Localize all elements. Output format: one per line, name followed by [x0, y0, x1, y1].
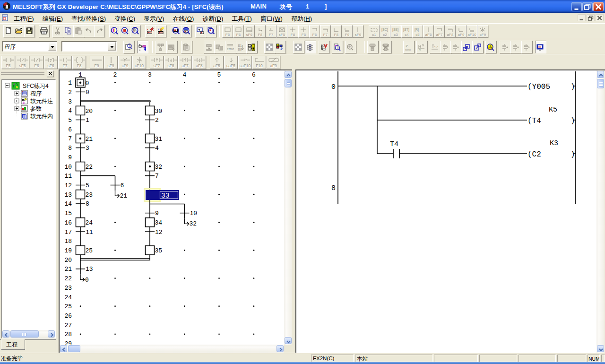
svg-text:21: 21 [64, 266, 72, 273]
svg-text:6: 6 [68, 126, 72, 133]
svg-text:K3: K3 [550, 139, 558, 147]
svg-text:30: 30 [155, 108, 163, 115]
svg-text:8: 8 [68, 145, 72, 152]
svg-text:22: 22 [64, 275, 72, 282]
svg-text:2: 2 [113, 71, 117, 78]
svg-text:4: 4 [68, 107, 72, 114]
svg-text:软元件注: 软元件注 [30, 98, 53, 104]
svg-text:29: 29 [64, 340, 72, 345]
svg-text:25: 25 [86, 247, 93, 254]
svg-text:11: 11 [86, 229, 93, 236]
svg-text:3: 3 [86, 145, 89, 152]
svg-text:13: 13 [86, 266, 93, 273]
svg-text:<>: <> [434, 45, 438, 48]
svg-text:5: 5 [86, 182, 89, 189]
svg-text:2: 2 [68, 89, 72, 96]
svg-text:S9: S9 [238, 48, 242, 51]
svg-text:0: 0 [331, 83, 336, 91]
svg-text:4: 4 [155, 145, 159, 152]
svg-text:8: 8 [331, 184, 336, 192]
svg-text:S1: S1 [238, 44, 242, 47]
svg-text:23: 23 [64, 285, 72, 292]
svg-text:23: 23 [86, 191, 93, 199]
svg-text:1: 1 [78, 71, 82, 78]
svg-text:24: 24 [64, 294, 72, 301]
svg-text:31: 31 [155, 136, 163, 143]
svg-text:1: 1 [68, 79, 72, 87]
svg-text:22: 22 [86, 164, 93, 171]
svg-text:9: 9 [155, 210, 159, 217]
svg-text:11: 11 [64, 173, 72, 180]
svg-text:3: 3 [148, 71, 152, 78]
svg-text:): ) [570, 83, 575, 91]
svg-text:1: 1 [86, 117, 89, 124]
svg-text:[ST]: [ST] [403, 28, 409, 32]
svg-text:程序: 程序 [30, 90, 42, 97]
svg-text:软元件内: 软元件内 [30, 113, 53, 120]
svg-text:5: 5 [68, 117, 72, 124]
svg-text:123: 123 [133, 30, 137, 33]
svg-text:20: 20 [86, 108, 93, 115]
svg-text:5: 5 [217, 71, 221, 78]
svg-text:error: error [227, 47, 234, 51]
svg-text:19: 19 [64, 247, 72, 254]
svg-text:35: 35 [155, 247, 163, 254]
svg-text:7: 7 [155, 173, 159, 180]
svg-text:9: 9 [68, 154, 72, 161]
svg-text:Z.: Z. [406, 44, 409, 48]
svg-text:27: 27 [64, 322, 72, 329]
svg-text:15: 15 [64, 210, 72, 217]
svg-text:6: 6 [121, 182, 124, 189]
svg-text:24: 24 [86, 219, 93, 226]
svg-text:26: 26 [64, 312, 72, 320]
svg-text:[R]: [R] [415, 28, 419, 32]
svg-text:SFC练习4: SFC练习4 [23, 83, 49, 89]
svg-text:10: 10 [64, 164, 72, 171]
svg-text:33: 33 [161, 192, 169, 199]
svg-text:18: 18 [64, 238, 72, 245]
svg-text:16: 16 [64, 219, 72, 226]
svg-text:17: 17 [64, 229, 72, 236]
svg-text:xxxx: xxxx [405, 48, 411, 51]
svg-text:32: 32 [190, 220, 197, 227]
svg-text:7: 7 [68, 135, 72, 142]
svg-text:28: 28 [64, 331, 72, 338]
svg-text:8: 8 [86, 200, 89, 208]
svg-text:参数: 参数 [30, 105, 42, 112]
svg-text:(C2: (C2 [527, 150, 541, 159]
svg-text:[SC]: [SC] [381, 28, 388, 32]
svg-text:0: 0 [86, 80, 89, 87]
svg-text:14: 14 [64, 200, 72, 208]
svg-text:13: 13 [64, 191, 72, 199]
svg-text:(T4: (T4 [527, 117, 541, 125]
svg-text:21: 21 [120, 192, 128, 199]
svg-text:25: 25 [64, 303, 72, 310]
svg-text:10: 10 [190, 210, 198, 217]
svg-text:T4: T4 [390, 140, 398, 148]
svg-text:0: 0 [85, 277, 89, 284]
svg-text:K5: K5 [549, 106, 557, 114]
svg-text:): ) [570, 117, 575, 125]
svg-text:2: 2 [155, 117, 159, 124]
svg-text:21: 21 [86, 136, 93, 143]
svg-text:12: 12 [155, 229, 163, 236]
svg-text:4: 4 [183, 71, 187, 78]
svg-text:HI: HI [419, 48, 421, 51]
svg-text:0: 0 [86, 89, 89, 96]
svg-text:20: 20 [64, 257, 72, 264]
svg-text:32: 32 [155, 164, 163, 171]
svg-text:(Y005: (Y005 [527, 83, 550, 91]
svg-text:12: 12 [64, 182, 72, 189]
svg-text:[SE]: [SE] [392, 28, 398, 32]
svg-text:3: 3 [68, 98, 72, 105]
svg-text:34: 34 [155, 219, 163, 226]
svg-text:6: 6 [252, 71, 256, 78]
svg-text:): ) [570, 150, 575, 159]
